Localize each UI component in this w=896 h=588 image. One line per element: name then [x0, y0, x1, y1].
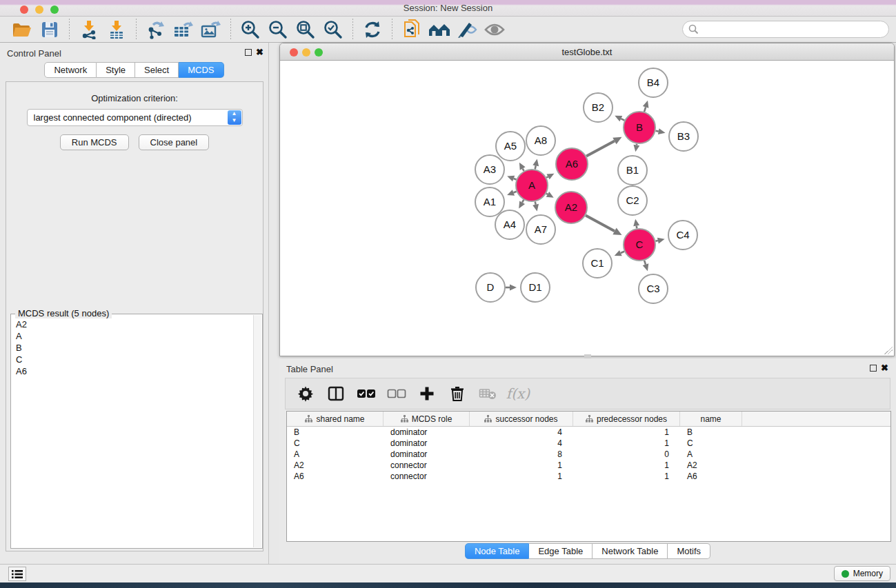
cell-name[interactable]: A2 — [680, 460, 742, 471]
save-session-icon[interactable] — [38, 19, 61, 41]
cell-shared_name[interactable]: A — [287, 449, 384, 460]
tab-motifs[interactable]: Motifs — [668, 543, 710, 559]
float-panel-icon[interactable] — [245, 49, 252, 56]
tab-style[interactable]: Style — [97, 62, 135, 78]
export-image-icon[interactable] — [199, 19, 223, 41]
close-panel-button[interactable]: Close panel — [139, 134, 210, 150]
zoom-fit-icon[interactable] — [294, 19, 317, 41]
edge-B-B3[interactable] — [656, 131, 659, 132]
tab-select[interactable]: Select — [135, 62, 179, 78]
open-session-icon[interactable] — [10, 19, 34, 41]
edge-A-A7[interactable] — [535, 202, 536, 205]
column-header-successor-nodes[interactable]: successor nodes — [470, 412, 573, 426]
import-network-icon[interactable] — [77, 19, 101, 41]
cell-predecessor_nodes[interactable]: 1 — [573, 427, 680, 438]
split-view-icon[interactable] — [326, 383, 346, 404]
edge-C-C4[interactable] — [655, 241, 657, 241]
mcds-result-item[interactable]: A — [12, 330, 253, 342]
cell-predecessor_nodes[interactable]: 1 — [573, 460, 680, 471]
refresh-icon[interactable] — [361, 19, 384, 41]
task-history-button[interactable] — [8, 567, 26, 581]
edge-A2-C[interactable] — [586, 215, 615, 231]
edge-C-C1[interactable] — [621, 252, 624, 253]
cell-name[interactable]: B — [680, 427, 742, 438]
function-builder-icon[interactable]: f(x) — [508, 383, 528, 404]
run-mcds-button[interactable]: Run MCDS — [60, 134, 129, 150]
cell-successor_nodes[interactable]: 8 — [470, 449, 573, 460]
optimization-criterion-select[interactable]: largest connected component (directed) ▲… — [27, 109, 243, 126]
edge-A-A2[interactable] — [546, 194, 548, 194]
edge-A-A3[interactable] — [514, 179, 517, 179]
cell-predecessor_nodes[interactable]: 1 — [573, 438, 680, 449]
tab-edge-table[interactable]: Edge Table — [529, 543, 593, 559]
mcds-result-item[interactable]: B — [12, 342, 253, 354]
cell-shared_name[interactable]: A6 — [287, 471, 384, 482]
memory-button[interactable]: Memory — [834, 566, 890, 581]
cell-mcds_role[interactable]: connector — [384, 471, 470, 482]
close-table-panel-icon[interactable]: ✖ — [881, 363, 888, 373]
table-row[interactable]: Cdominator41C — [287, 438, 890, 449]
delete-table-icon[interactable] — [477, 383, 498, 404]
edge-C-C3[interactable] — [644, 261, 646, 265]
float-table-panel-icon[interactable] — [870, 365, 877, 372]
edge-A-A8[interactable] — [535, 165, 536, 169]
edge-B-B4[interactable] — [644, 107, 646, 112]
cell-successor_nodes[interactable]: 4 — [470, 427, 573, 438]
select-all-icon[interactable] — [356, 383, 377, 404]
edge-A-A5[interactable] — [523, 169, 524, 171]
show-graphics-icon[interactable] — [455, 19, 479, 41]
mcds-result-item[interactable]: A6 — [12, 365, 253, 377]
cell-mcds_role[interactable]: connector — [384, 460, 470, 471]
table-row[interactable]: A6connector11A6 — [287, 471, 890, 482]
cell-shared_name[interactable]: B — [287, 427, 384, 438]
export-network-icon[interactable] — [144, 19, 168, 41]
cell-name[interactable]: C — [680, 438, 742, 449]
mcds-result-item[interactable]: C — [12, 354, 253, 365]
export-table-icon[interactable] — [172, 19, 195, 41]
cell-predecessor_nodes[interactable]: 0 — [573, 449, 680, 460]
edge-A6-B[interactable] — [586, 141, 615, 156]
first-neighbors-icon[interactable] — [428, 19, 451, 41]
deselect-all-icon[interactable] — [386, 383, 407, 404]
delete-icon[interactable] — [447, 383, 468, 404]
table-row[interactable]: A2connector11A2 — [287, 460, 890, 471]
cell-mcds_role[interactable]: dominator — [384, 449, 470, 460]
column-header-name[interactable]: name — [680, 412, 742, 426]
close-panel-icon[interactable]: ✖ — [256, 47, 263, 57]
mcds-result-scrollbar[interactable] — [253, 315, 261, 547]
tab-mcds[interactable]: MCDS — [179, 62, 223, 78]
cell-successor_nodes[interactable]: 4 — [470, 438, 573, 449]
gear-icon[interactable] — [295, 383, 316, 404]
zoom-out-icon[interactable] — [266, 19, 290, 41]
column-header-MCDS-role[interactable]: MCDS role — [384, 412, 470, 426]
cell-shared_name[interactable]: A2 — [287, 460, 384, 471]
cell-shared_name[interactable]: C — [287, 438, 384, 449]
import-table-icon[interactable] — [105, 19, 128, 41]
edge-C-C2[interactable] — [637, 226, 637, 229]
column-header-predecessor-nodes[interactable]: predecessor nodes — [573, 412, 680, 426]
cell-predecessor_nodes[interactable]: 1 — [573, 471, 680, 482]
edge-A-A1[interactable] — [513, 192, 516, 193]
window-resize-handle[interactable] — [884, 346, 893, 354]
node-table[interactable]: shared nameMCDS rolesuccessor nodesprede… — [286, 411, 891, 542]
edge-B-B2[interactable] — [621, 119, 624, 120]
cell-name[interactable]: A6 — [680, 471, 742, 482]
cell-successor_nodes[interactable]: 1 — [470, 460, 573, 471]
edge-A-A4[interactable] — [522, 200, 524, 203]
mcds-result-item[interactable]: A2 — [12, 318, 253, 330]
cell-mcds_role[interactable]: dominator — [384, 427, 470, 438]
table-row[interactable]: Adominator80A — [287, 449, 890, 460]
network-graph[interactable]: B4B2BB3B1A5A8A6A3AA1C2A2A4A7C4CC1C3DD1 — [280, 61, 894, 356]
zoom-in-icon[interactable] — [239, 19, 262, 41]
cell-successor_nodes[interactable]: 1 — [470, 471, 573, 482]
hide-graphics-icon[interactable] — [483, 19, 506, 41]
tab-network-table[interactable]: Network Table — [593, 543, 668, 559]
cell-mcds_role[interactable]: dominator — [384, 438, 470, 449]
column-header-shared-name[interactable]: shared name — [287, 412, 384, 426]
search-input[interactable] — [682, 21, 889, 38]
network-from-file-icon[interactable] — [400, 19, 424, 41]
edge-A-A6[interactable] — [546, 176, 548, 177]
zoom-selected-icon[interactable] — [321, 19, 345, 41]
table-row[interactable]: Bdominator41B — [287, 427, 890, 438]
tab-node-table[interactable]: Node Table — [465, 543, 530, 559]
